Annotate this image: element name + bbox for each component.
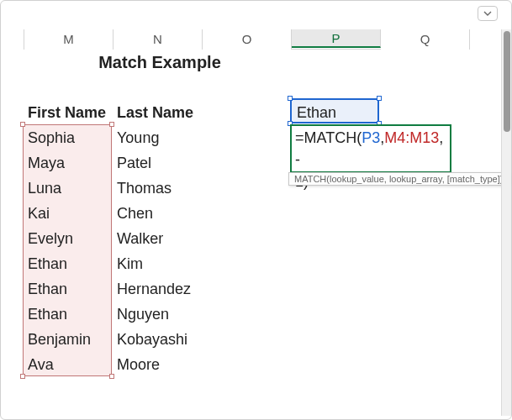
- chevron-down-icon: [483, 11, 492, 16]
- cell-last-name[interactable]: Nguyen: [113, 302, 169, 327]
- ribbon-collapse-button[interactable]: [478, 6, 498, 21]
- lookup-value-text: Ethan: [293, 100, 336, 125]
- header-last-name: Last Name: [113, 100, 193, 125]
- cell-last-name[interactable]: Moore: [113, 352, 160, 377]
- cell-first-name[interactable]: Ethan: [24, 251, 67, 276]
- column-header-P[interactable]: P: [292, 29, 381, 48]
- lookup-handle[interactable]: [288, 96, 293, 101]
- lookup-handle[interactable]: [377, 96, 382, 101]
- cell-first-name[interactable]: Ava: [24, 352, 54, 377]
- header-first-name: First Name: [24, 100, 106, 125]
- spreadsheet-viewport: MNOPQ Match ExampleFirst NameLast NameSo…: [0, 0, 512, 420]
- column-header-N[interactable]: N: [113, 29, 203, 50]
- cell-first-name[interactable]: Sophia: [24, 125, 75, 150]
- select-all-corner[interactable]: [1, 29, 24, 50]
- column-header-O[interactable]: O: [203, 29, 292, 50]
- cell-last-name[interactable]: Chen: [113, 201, 153, 226]
- cell-first-name[interactable]: Evelyn: [24, 226, 73, 251]
- column-header-M[interactable]: M: [24, 29, 113, 50]
- cell-first-name[interactable]: Benjamin: [24, 327, 91, 352]
- cell-first-name[interactable]: Ethan: [24, 276, 67, 302]
- cell-last-name[interactable]: Patel: [113, 150, 151, 176]
- column-header-row: MNOPQ: [1, 29, 470, 50]
- cell-last-name[interactable]: Young: [113, 125, 159, 150]
- scroll-thumb[interactable]: [504, 31, 510, 132]
- cell-last-name[interactable]: Walker: [113, 226, 163, 251]
- page-title: Match Example: [24, 50, 292, 75]
- formula-tooltip: MATCH(lookup_value, lookup_array, [match…: [288, 172, 509, 186]
- cell-last-name[interactable]: Thomas: [113, 176, 172, 201]
- cell-last-name[interactable]: Kim: [113, 251, 143, 276]
- cell-last-name[interactable]: Hernandez: [113, 276, 191, 302]
- cell-first-name[interactable]: Kai: [24, 201, 50, 226]
- vertical-scrollbar[interactable]: [501, 29, 511, 416]
- cell-last-name[interactable]: Kobayashi: [113, 327, 187, 352]
- cell-first-name[interactable]: Ethan: [24, 302, 67, 327]
- cell-first-name[interactable]: Maya: [24, 150, 65, 176]
- cell-first-name[interactable]: Luna: [24, 176, 61, 201]
- column-header-Q[interactable]: Q: [381, 29, 470, 50]
